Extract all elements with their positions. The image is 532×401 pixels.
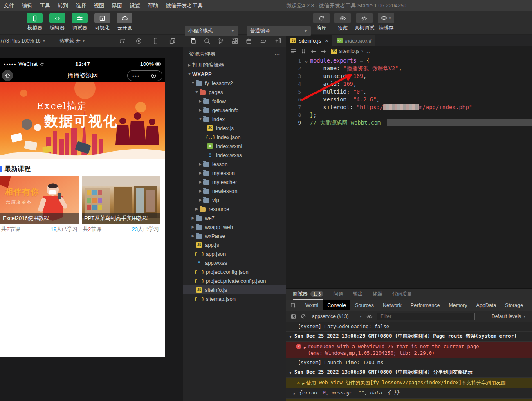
menu-item[interactable]: 选择 <box>72 0 90 11</box>
action-button[interactable]: ▼清缓存 <box>377 13 395 31</box>
devtools-tab-performance[interactable]: Performance <box>406 300 444 310</box>
action-button[interactable]: 真机调试 <box>355 13 374 31</box>
mode-button[interactable]: 可视化 <box>93 13 112 31</box>
menu-item[interactable]: 设置 <box>126 0 144 11</box>
chevron-right-icon[interactable]: ▶ <box>190 216 196 220</box>
tree-item-project.config.json[interactable]: {..}project.config.json <box>183 267 286 276</box>
debugger-tab[interactable]: 终端 <box>373 289 382 300</box>
tree-item-project.private.config.json[interactable]: {..}project.private.config.json <box>183 276 286 285</box>
chevron-right-icon[interactable]: ▶ <box>198 198 203 202</box>
tree-item-lesson[interactable]: ▶lesson <box>183 159 286 168</box>
tree-item-index.wxss[interactable]: Ξindex.wxss <box>183 150 286 159</box>
extensions-button[interactable] <box>231 38 238 45</box>
devtools-tab-memory[interactable]: Memory <box>444 300 471 310</box>
tree-item-[interactable]: ▶打开的编辑器 <box>183 60 286 69</box>
debugger-tab[interactable]: 问题 <box>333 289 343 300</box>
group-expander-icon[interactable]: ▼ <box>286 333 294 340</box>
tree-item-wxappweb[interactable]: ▶wxapp_web <box>183 222 286 231</box>
group-expander-icon[interactable]: ▼ <box>286 369 294 376</box>
devtools-tab-s[interactable]: S <box>528 300 532 310</box>
tree-item-wxParse[interactable]: ▶wxParse <box>183 231 286 240</box>
tree-item-fylessonv2[interactable]: ▼fy_lessonv2 <box>183 78 286 87</box>
tree-item-vip[interactable]: ▶vip <box>183 195 286 204</box>
tree-item-app.wxss[interactable]: Ξapp.wxss <box>183 258 286 267</box>
chevron-right-icon[interactable]: ▶ <box>198 171 203 175</box>
bookmark-icon[interactable] <box>301 48 306 54</box>
expander-icon[interactable]: ▶ <box>302 379 306 387</box>
chevron-right-icon[interactable]: ▶ <box>190 225 196 229</box>
action-button[interactable]: 预览 <box>333 13 352 31</box>
menu-item[interactable]: 微信开发者工具 <box>162 0 207 11</box>
tree-item-myteacher[interactable]: ▶myteacher <box>183 177 286 186</box>
code-editor[interactable]: 1⌄module.exports = {2 name: "播播资源 微课堂V2"… <box>286 56 532 288</box>
device-select[interactable]: /7/8 Plus 100% 16 ▼ <box>0 38 45 44</box>
refresh-button[interactable] <box>119 38 126 45</box>
eye-icon[interactable] <box>366 314 373 320</box>
tree-item-mylesson[interactable]: ▶mylesson <box>183 168 286 177</box>
phone-outline-button[interactable] <box>152 38 159 45</box>
tree-item-siteinfo.js[interactable]: JSsiteinfo.js <box>183 285 286 294</box>
expander-icon[interactable]: ▶ <box>294 390 299 397</box>
devtools-tab-storage[interactable]: Storage <box>501 300 528 310</box>
tree-item-we7[interactable]: ▶we7 <box>183 213 286 222</box>
menu-item[interactable]: 文件 <box>0 0 18 11</box>
chevron-right-icon[interactable]: ▶ <box>198 108 203 112</box>
mode-button[interactable]: 模拟器 <box>25 13 44 31</box>
windows-button[interactable] <box>169 38 176 45</box>
menu-item[interactable]: 转到 <box>54 0 72 11</box>
debugger-tab[interactable]: 代码质量 <box>392 289 412 300</box>
expander-icon[interactable]: ▶ <box>304 343 308 351</box>
mode-select[interactable]: 小程序模式 ▼ <box>185 26 238 36</box>
tree-item-follow[interactable]: ▶follow <box>183 96 286 105</box>
editor-tab[interactable]: JSsiteinfo.js× <box>286 35 332 46</box>
devtools-tab-console[interactable]: Console <box>323 300 350 310</box>
record-button[interactable] <box>135 38 142 45</box>
menu-item[interactable]: 帮助 <box>144 0 162 11</box>
banner-carousel[interactable]: Excel搞定 数据可视化 <box>0 82 165 159</box>
chevron-right-icon[interactable]: ▶ <box>190 234 196 238</box>
mode-button[interactable]: 调试器 <box>70 13 89 31</box>
fold-chevron-icon[interactable]: ⌄ <box>303 57 310 65</box>
compile-select[interactable]: 普通编译 ▼ <box>247 26 311 36</box>
tree-item-WXAPP[interactable]: ▼WXAPP <box>183 69 286 78</box>
docker-button[interactable] <box>259 38 266 45</box>
close-icon[interactable]: × <box>325 38 328 44</box>
list-icon[interactable] <box>290 48 296 54</box>
tree-item-app.js[interactable]: JSapp.js <box>183 240 286 249</box>
context-select[interactable]: appservice (#13) ▼ <box>312 314 362 319</box>
menu-item[interactable]: 视图 <box>90 0 108 11</box>
forward-icon[interactable] <box>321 48 327 54</box>
exit-target-button[interactable] <box>145 73 162 79</box>
clear-console-icon[interactable] <box>301 314 306 319</box>
tree-item-index.js[interactable]: JSindex.js <box>183 123 286 132</box>
search-button[interactable] <box>204 38 211 45</box>
log-levels-select[interactable]: Default levels ▼ <box>492 314 526 319</box>
sidebar-toggle-icon[interactable] <box>290 314 296 320</box>
course-card[interactable]: PPT从菜鸟到高手实用教程 <box>82 176 160 224</box>
devtools-tab-sources[interactable]: Sources <box>350 300 378 310</box>
menu-item[interactable]: 工具 <box>36 0 54 11</box>
chevron-right-icon[interactable]: ▶ <box>186 63 192 67</box>
tree-item-getuserinfo[interactable]: ▶getuserinfo <box>183 105 286 114</box>
tree-item-index[interactable]: ▼index <box>183 114 286 123</box>
debugger-tab[interactable]: 输出 <box>353 289 363 300</box>
back-icon[interactable] <box>310 48 317 54</box>
chevron-right-icon[interactable]: ▶ <box>198 162 203 166</box>
git-branch-button[interactable] <box>218 38 224 45</box>
more-actions-icon[interactable]: ⋯ <box>274 51 281 57</box>
menu-item[interactable]: 界面 <box>108 0 126 11</box>
more-button[interactable]: ●●● <box>128 74 145 77</box>
tree-item-index.wxml[interactable]: <>index.wxml <box>183 141 286 150</box>
package-button[interactable] <box>245 38 252 45</box>
tree-item-pages[interactable]: ▼pages <box>183 87 286 96</box>
action-button[interactable]: 编译 <box>312 13 331 31</box>
inspect-element-button[interactable] <box>286 302 300 309</box>
mode-button[interactable]: 云开发 <box>115 13 134 31</box>
chevron-down-icon[interactable]: ▼ <box>198 117 203 121</box>
tree-item-newlesson[interactable]: ▶newlesson <box>183 186 286 195</box>
chevron-right-icon[interactable]: ▶ <box>194 207 200 211</box>
breadcrumb[interactable]: JS siteinfo.js › … <box>331 48 370 54</box>
chevron-down-icon[interactable]: ▼ <box>190 81 196 85</box>
chevron-down-icon[interactable]: ▼ <box>186 72 192 76</box>
menu-item[interactable]: 编辑 <box>18 0 36 11</box>
